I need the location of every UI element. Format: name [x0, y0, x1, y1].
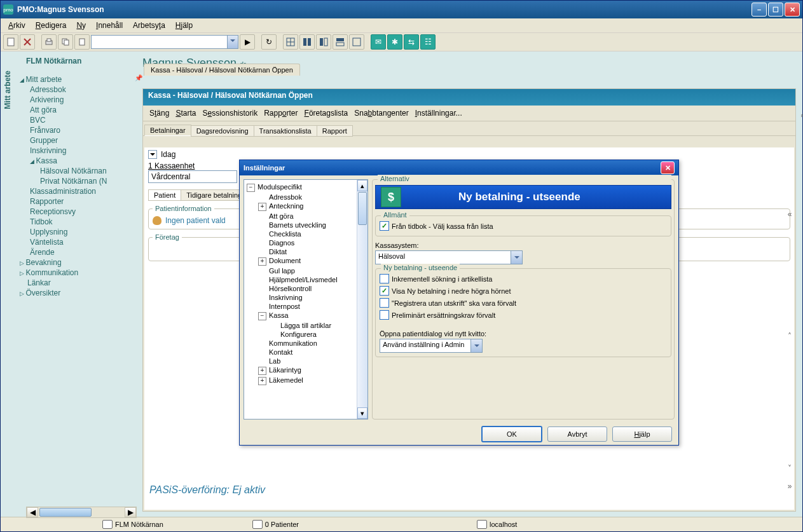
tree-mitt-arbete[interactable]: Mitt arbete — [20, 74, 137, 85]
menu-arkiv[interactable]: Arkiv — [4, 20, 29, 31]
tree-group[interactable]: Kommunikation — [20, 268, 137, 278]
menu-arbetsyta[interactable]: Arbetsyta — [129, 20, 169, 31]
toolbar-combo[interactable] — [91, 35, 238, 49]
tree-item[interactable]: Adressbok — [30, 85, 137, 95]
mtree-item[interactable]: Gul lapp — [258, 266, 365, 275]
mtree-item[interactable]: +Läkarintyg — [258, 365, 365, 376]
tree-item[interactable]: Rapporter — [30, 196, 137, 207]
checkbox-row[interactable]: Inkrementell sökning i artikellista — [380, 273, 667, 285]
tree-item[interactable]: Hälsoval Nötkärnan — [40, 166, 137, 176]
checkbox-row[interactable]: "Registrera utan utskrift" ska vara förv… — [380, 297, 667, 309]
tree-group[interactable]: Länkar — [20, 278, 137, 288]
tool-go[interactable]: ▶ — [240, 34, 255, 50]
tool-layout-4[interactable] — [333, 34, 348, 50]
mtree-item[interactable]: +Anteckning — [258, 201, 365, 212]
help-button[interactable]: Hjälp — [612, 426, 672, 442]
mtree-subitem[interactable]: Konfigurera — [270, 330, 365, 339]
idag-dropdown-icon[interactable] — [148, 150, 157, 159]
mtree-item[interactable]: Diagnos — [258, 238, 365, 247]
sm-snabb[interactable]: Snabbtangenter — [354, 109, 408, 118]
mtree-item[interactable]: +Dokument — [258, 256, 365, 266]
tool-print[interactable] — [41, 34, 57, 50]
mtree-root[interactable]: −Modulspecifikt — [247, 182, 365, 193]
tool-teal-1[interactable]: ✉ — [371, 34, 386, 50]
sm-installningar[interactable]: Inställningar... — [415, 109, 462, 118]
panel-down-icon[interactable]: ˅ — [786, 464, 793, 473]
main-tab[interactable]: Kassa - Hälsoval / Hälsoval Nötkärnan Öp… — [144, 64, 300, 76]
tree-item[interactable]: Att göra — [30, 105, 137, 115]
tree-item[interactable]: Receptionsvy — [30, 207, 137, 217]
ok-button[interactable]: OK — [481, 426, 542, 442]
tool-doc[interactable] — [74, 34, 90, 50]
sm-stang[interactable]: Stäng — [149, 109, 169, 118]
tree-item[interactable]: BVC — [30, 115, 137, 125]
kassaenhet-input[interactable] — [148, 170, 237, 183]
menu-hjalp[interactable]: Hjälp — [172, 20, 196, 31]
menu-innehall[interactable]: Innehåll — [92, 20, 127, 31]
tool-layout-2[interactable] — [299, 34, 315, 50]
cancel-button[interactable]: Avbryt — [547, 426, 607, 442]
dialog-select[interactable]: Använd inställning i Admin — [380, 339, 483, 353]
pin-icon[interactable]: 📌 — [135, 74, 142, 81]
subtab-trans[interactable]: Transaktionslista — [254, 125, 317, 137]
tree-group[interactable]: Bevakning — [20, 257, 137, 268]
tool-copy[interactable] — [58, 34, 73, 50]
mtree-item[interactable]: Kommunikation — [258, 339, 365, 348]
tree-item[interactable]: Grupper — [30, 135, 137, 146]
mtree-item[interactable]: Checklista — [258, 229, 365, 238]
minimize-button[interactable]: – — [752, 3, 767, 17]
menu-redigera[interactable]: Redigera — [32, 20, 71, 31]
tree-group[interactable]: Översikter — [20, 288, 137, 298]
kassasystem-select[interactable]: Hälsoval — [375, 250, 523, 264]
panel-up-icon[interactable]: ˄ — [786, 332, 793, 341]
chevron-down-icon[interactable] — [227, 36, 238, 48]
tool-teal-4[interactable]: ☷ — [420, 34, 436, 50]
chevron-down-icon[interactable] — [511, 251, 522, 264]
sidebar-scrollbar[interactable]: ◀▶ — [26, 507, 137, 517]
tree-item[interactable]: Tidbok — [30, 217, 137, 227]
mtree-item[interactable]: +Läkemedel — [258, 376, 365, 386]
chevron-down-icon[interactable] — [470, 339, 482, 352]
vertical-side-tab[interactable]: Mitt arbete — [1, 51, 15, 517]
tree-item[interactable]: Ärende — [30, 247, 137, 257]
maximize-button[interactable]: ☐ — [768, 3, 783, 17]
tool-new[interactable] — [3, 34, 18, 50]
mtree-item[interactable]: Hörselkontroll — [258, 284, 365, 293]
tree-item[interactable]: Privat Nötkärnan (N — [40, 176, 137, 186]
mtree-subitem[interactable]: Lägga till artiklar — [270, 321, 365, 330]
ptab-patient[interactable]: Patient — [148, 189, 181, 201]
subtab-betalningar[interactable]: Betalningar — [144, 125, 191, 136]
tree-item[interactable]: Upplysning — [30, 227, 137, 237]
mtree-item[interactable]: −Kassa — [258, 311, 365, 321]
kassaenhet-label[interactable]: 1 Kassaenhet — [148, 161, 195, 170]
chk-tidbok[interactable]: ✓Från tidbok - Välj kassa från lista — [380, 220, 667, 232]
mtree-item[interactable]: Hjälpmedel/Livsmedel — [258, 275, 365, 284]
tree-scrollbar[interactable]: ▴ ▾ — [357, 180, 367, 419]
mtree-item[interactable]: Internpost — [258, 302, 365, 311]
tool-refresh[interactable]: ↻ — [261, 34, 277, 50]
tree-item[interactable]: Inskrivning — [30, 146, 137, 156]
chevron-up-icon[interactable]: « — [786, 210, 793, 219]
collapse-icon[interactable]: « — [799, 114, 803, 118]
menu-ny[interactable]: Ny — [72, 20, 90, 31]
tool-teal-2[interactable]: ✱ — [387, 34, 402, 50]
mtree-item[interactable]: Lab — [258, 357, 365, 365]
dialog-close-button[interactable]: ✕ — [661, 161, 675, 174]
sm-session[interactable]: Sessionshistorik — [202, 109, 257, 118]
mtree-item[interactable]: Inskrivning — [258, 293, 365, 302]
tree-item[interactable]: Klassadministration — [30, 186, 137, 196]
subtab-rapport[interactable]: Rapport — [317, 125, 353, 137]
mtree-item[interactable]: Adressbok — [258, 193, 365, 201]
mtree-item[interactable]: Diktat — [258, 247, 365, 256]
mtree-item[interactable]: Att göra — [258, 212, 365, 221]
tool-delete[interactable] — [20, 34, 35, 50]
tool-layout-5[interactable] — [349, 34, 364, 50]
tool-layout-1[interactable] — [283, 34, 298, 50]
tree-item[interactable]: Frånvaro — [30, 125, 137, 135]
sm-foretag[interactable]: Företagslista — [305, 109, 348, 118]
tree-item[interactable]: Väntelista — [30, 237, 137, 247]
chevron-down-panel-icon[interactable]: » — [786, 482, 793, 491]
sm-starta[interactable]: Starta — [175, 109, 196, 118]
tree-item[interactable]: Arkivering — [30, 95, 137, 105]
checkbox-row[interactable]: Preliminärt ersättningskrav förvalt — [380, 309, 667, 321]
